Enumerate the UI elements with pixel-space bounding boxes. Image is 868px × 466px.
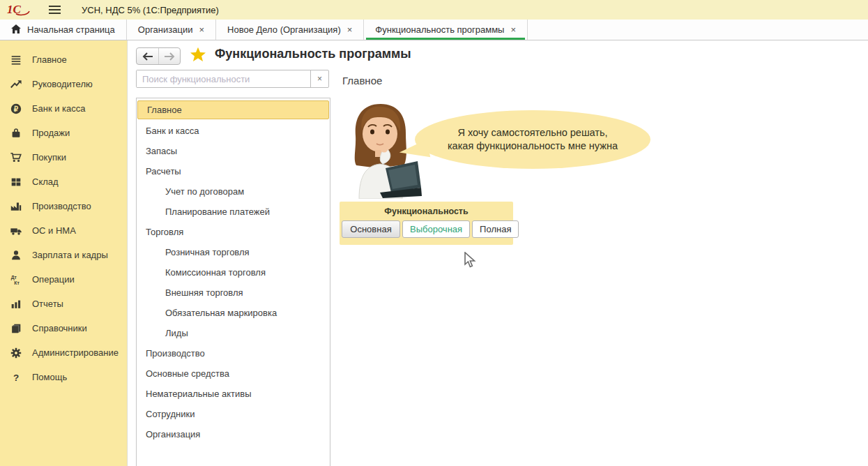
page-title: Функциональность программы <box>215 47 411 61</box>
bar-chart-icon <box>9 297 23 311</box>
app-window: 1С УСН, НДС 5% (1С:Предприятие) Начальна… <box>0 0 868 466</box>
search-input[interactable] <box>137 70 310 87</box>
sidebar-item-spravochniki[interactable]: Справочники <box>0 316 127 340</box>
svg-text:₽: ₽ <box>14 105 19 112</box>
close-icon[interactable]: × <box>199 25 204 34</box>
sidebar-item-rukovoditelyu[interactable]: Руководителю <box>0 72 127 96</box>
sidebar-item-label: Главное <box>32 54 67 65</box>
sidebar-item-pokupki[interactable]: Покупки <box>0 145 127 170</box>
list-item[interactable]: Учет по договорам <box>137 181 330 202</box>
sidebar: Главное Руководителю ₽ Банк и касса Прод… <box>0 40 128 466</box>
close-icon[interactable]: × <box>347 25 353 34</box>
sidebar-item-label: Руководителю <box>32 79 93 89</box>
question-icon: ? <box>9 370 23 384</box>
svg-text:1С: 1С <box>7 3 22 16</box>
list-item[interactable]: Обязательная маркировка <box>137 303 330 323</box>
list-item[interactable]: Планирование платежей <box>137 202 330 222</box>
sidebar-item-pomosch[interactable]: ? Помощь <box>0 365 127 389</box>
sidebar-item-label: Отчеты <box>32 299 63 309</box>
speech-bubble: Я хочу самостоятельно решать, какая функ… <box>415 110 650 169</box>
list-item[interactable]: Организация <box>137 424 330 444</box>
truck-icon <box>9 224 23 238</box>
option-osnovnaya-button[interactable]: Основная <box>342 220 400 238</box>
tab-functionality[interactable]: Функциональность программы × <box>364 20 528 40</box>
sidebar-item-label: Помощь <box>32 372 67 382</box>
main-menu-icon[interactable] <box>49 6 61 14</box>
cart-icon <box>9 151 23 165</box>
trend-icon <box>9 77 23 91</box>
main-area: Функциональность программы × Главное Бан… <box>128 40 868 466</box>
sidebar-item-label: Продажи <box>32 128 70 138</box>
list-item[interactable]: Внешняя торговля <box>137 283 330 303</box>
list-item[interactable]: Лиды <box>137 323 330 343</box>
sidebar-item-proizvodstvo[interactable]: Производство <box>0 194 127 218</box>
option-polnaya-button[interactable]: Полная <box>472 220 519 238</box>
sidebar-item-label: Производство <box>32 201 91 211</box>
sidebar-item-label: Зарплата и кадры <box>32 250 108 260</box>
functionality-options: Основная Выборочная Полная <box>340 216 513 238</box>
functionality-panel-title: Функциональность <box>340 202 513 216</box>
svg-text:Кт: Кт <box>14 280 20 285</box>
sidebar-item-prodazhi[interactable]: Продажи <box>0 121 127 145</box>
sidebar-item-label: Склад <box>32 176 59 187</box>
list-item[interactable]: Запасы <box>137 141 330 161</box>
sidebar-item-label: Операции <box>32 274 75 285</box>
book-icon <box>9 322 23 336</box>
sidebar-item-label: Банк и касса <box>32 103 86 114</box>
sidebar-item-os-nma[interactable]: ОС и НМА <box>0 218 127 243</box>
history-nav-group <box>136 47 181 65</box>
person-icon <box>9 248 23 262</box>
list-item[interactable]: Производство <box>137 343 330 363</box>
tab-label: Новое Дело (Организация) <box>227 24 341 35</box>
sidebar-item-label: Администрирование <box>32 347 119 358</box>
bag-icon <box>9 126 23 140</box>
warehouse-icon <box>9 175 23 189</box>
list-item[interactable]: Комиссионная торговля <box>137 262 330 283</box>
list-item[interactable]: Торговля <box>137 222 330 242</box>
sidebar-item-operacii[interactable]: ДтКт Операции <box>0 267 127 292</box>
sidebar-item-sklad[interactable]: Склад <box>0 170 127 194</box>
tab-label: Начальная страница <box>27 24 115 35</box>
list-item[interactable]: Расчеты <box>137 161 330 181</box>
gear-icon <box>9 346 23 360</box>
svg-text:?: ? <box>13 372 19 382</box>
tab-new-org[interactable]: Новое Дело (Организация) × <box>216 20 364 40</box>
functionality-panel: Функциональность Основная Выборочная Пол… <box>340 202 513 245</box>
sidebar-item-administrirovanie[interactable]: Администрирование <box>0 340 127 365</box>
ruble-icon: ₽ <box>9 102 23 116</box>
dt-kt-icon: ДтКт <box>9 273 23 287</box>
search-clear-button[interactable]: × <box>310 70 328 87</box>
sidebar-item-glavnoe[interactable]: Главное <box>0 47 127 72</box>
list-item[interactable]: Главное <box>137 100 329 119</box>
tab-label: Организации <box>138 24 193 35</box>
tab-home[interactable]: Начальная страница <box>0 20 127 40</box>
home-icon <box>11 24 21 36</box>
list-item[interactable]: Розничная торговля <box>137 242 330 262</box>
section-heading: Главное <box>342 75 382 87</box>
search-box: × <box>136 70 329 88</box>
sidebar-item-otchety[interactable]: Отчеты <box>0 292 127 316</box>
close-icon[interactable]: × <box>510 25 516 34</box>
favorite-star-icon[interactable] <box>190 46 206 66</box>
mouse-cursor <box>464 252 477 271</box>
list-item[interactable]: Основные средства <box>137 363 330 384</box>
factory-icon <box>9 200 23 213</box>
tab-label: Функциональность программы <box>375 24 504 35</box>
functionality-section-list: Главное Банк и касса Запасы Расчеты Учет… <box>136 98 330 466</box>
sidebar-item-bank-kassa[interactable]: ₽ Банк и касса <box>0 96 127 121</box>
option-vyborochnaya-button[interactable]: Выборочная <box>402 220 470 238</box>
bubble-text-line1: Я хочу самостоятельно решать, <box>457 126 607 140</box>
bubble-text-line2: какая функциональность мне нужна <box>448 140 618 153</box>
forward-button[interactable] <box>158 48 180 64</box>
sidebar-item-zarplata-kadry[interactable]: Зарплата и кадры <box>0 243 127 267</box>
list-item[interactable]: Нематериальные активы <box>137 384 330 404</box>
title-bar: 1С УСН, НДС 5% (1С:Предприятие) <box>0 0 868 20</box>
tab-organizations[interactable]: Организации × <box>127 20 216 40</box>
menu-icon <box>9 53 23 67</box>
list-item[interactable]: Банк и касса <box>137 121 330 141</box>
window-title: УСН, НДС 5% (1С:Предприятие) <box>82 5 219 15</box>
sidebar-item-label: Покупки <box>32 152 66 163</box>
list-item[interactable]: Сотрудники <box>137 404 330 424</box>
back-button[interactable] <box>137 48 158 64</box>
tab-bar: Начальная страница Организации × Новое Д… <box>0 20 868 40</box>
